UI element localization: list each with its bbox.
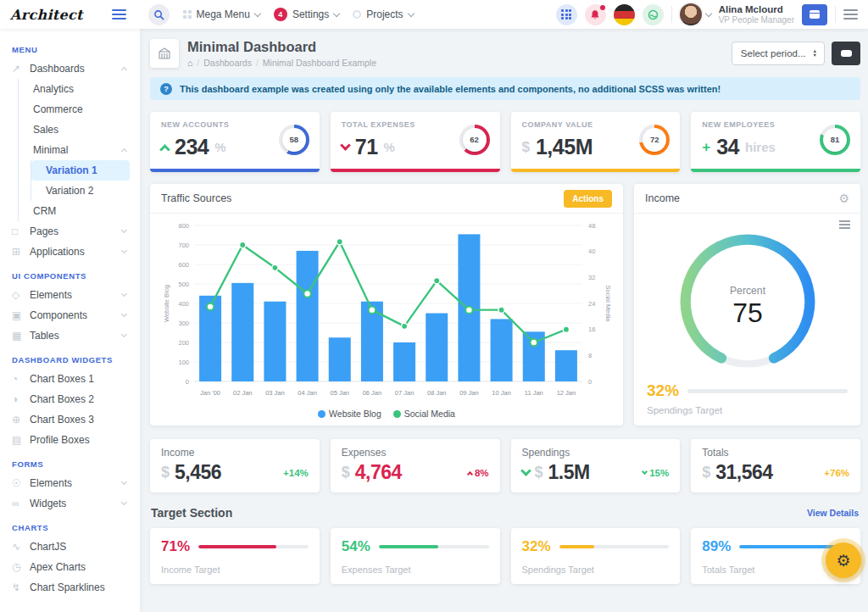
target-percent: 54% (342, 538, 370, 555)
svg-text:500: 500 (178, 281, 189, 288)
home-icon[interactable]: ⌂ (187, 58, 192, 68)
actions-button[interactable]: Actions (564, 190, 612, 208)
title-actions: Select period... ▲▼ (732, 42, 860, 65)
sidebar-item-chartjs[interactable]: ∿ChartJS (0, 537, 133, 557)
chevron-down-icon (121, 331, 127, 337)
sidebar-item-label: Elements (30, 289, 122, 301)
sidebar-item-label: Minimal (33, 144, 122, 156)
svg-text:48: 48 (588, 222, 595, 230)
monitor-icon: ◑ (12, 393, 30, 405)
chart-legend: Website BlogSocial Media (150, 407, 623, 426)
sidebar-item-variation-2[interactable]: Variation 2 (31, 181, 133, 201)
sidebar-item-chart-sparklines[interactable]: ↯Chart Sparklines (0, 577, 133, 598)
target-label: Expenses Target (342, 565, 489, 575)
sidebar-item-chart-boxes-1[interactable]: ◔Chart Boxes 1 (0, 369, 133, 389)
target-percent: 71% (161, 538, 190, 555)
sidebar-item-widgets[interactable]: ∞Widgets (0, 493, 133, 514)
legend-item-social-media[interactable]: Social Media (393, 409, 455, 419)
header-menu-icon[interactable] (843, 9, 858, 19)
kpi-number: 1,45M (536, 135, 593, 159)
language-flag-button[interactable] (614, 4, 635, 25)
kpi-prefix: + (702, 139, 710, 156)
sidebar-item-commerce[interactable]: Commerce (19, 99, 133, 120)
stat-delta: 15% (643, 468, 669, 478)
chevron-down-icon (333, 9, 340, 16)
sidebar-section-heading: MENU (12, 45, 133, 54)
stat-value-line: $31,564+76% (702, 461, 849, 484)
target-card-expenses-target: 54%Expenses Target (331, 528, 500, 584)
target-card-spendings-target: 32%Spendings Target (511, 528, 681, 584)
view-details-link[interactable]: View Details (807, 508, 859, 518)
sidebar-item-sales[interactable]: Sales (19, 120, 133, 140)
sidebar-item-analytics[interactable]: Analytics (19, 79, 133, 99)
sidebar-item-chart-boxes-2[interactable]: ◑Chart Boxes 2 (0, 389, 133, 409)
legend-item-website-blog[interactable]: Website Blog (318, 409, 381, 419)
gear-icon[interactable]: ⚙ (838, 192, 849, 205)
target-section-title: Target Section (151, 506, 232, 520)
sidebar-item-profile-boxes[interactable]: ▤Profile Boxes (0, 430, 133, 450)
breadcrumb-dashboards[interactable]: Dashboards (203, 58, 252, 68)
header-nav: Mega Menu 4 Settings Projects (140, 4, 414, 25)
apps-icon: ⊞ (12, 246, 30, 258)
nav-projects[interactable]: Projects (353, 8, 413, 20)
glasses-icon: ∞ (12, 498, 30, 509)
kpi-unit: hires (745, 140, 776, 154)
svg-text:10 Jan: 10 Jan (492, 389, 511, 397)
search-button[interactable] (148, 4, 170, 25)
stat-card-totals: Totals$31,564+76% (691, 439, 860, 492)
target-track (379, 545, 489, 548)
toggle-button[interactable] (832, 42, 860, 65)
sidebar-item-components[interactable]: ▣Components (0, 305, 133, 325)
period-select[interactable]: Select period... ▲▼ (732, 42, 825, 65)
sidebar-section-heading: UI COMPONENTS (12, 271, 133, 281)
chevron-down-icon (121, 479, 127, 485)
settings-badge: 4 (274, 8, 287, 21)
stat-value: 1.5M (548, 461, 590, 484)
sidebar-toggle-icon[interactable] (112, 9, 126, 19)
sidebar-item-tables[interactable]: ▦Tables (0, 325, 133, 346)
notifications-button[interactable] (585, 4, 606, 25)
svg-text:02 Jan: 02 Jan (233, 389, 253, 397)
target-label: Income Target (161, 565, 309, 575)
stat-delta: +76% (824, 468, 849, 478)
app-header: Architect Mega Menu 4 Settings Projects (0, 0, 868, 29)
calendar-button[interactable] (802, 4, 827, 25)
browser-icon: □ (12, 225, 30, 237)
stat-value: 5,456 (175, 461, 221, 484)
stat-card-expenses: Expenses$4,7648% (331, 439, 500, 492)
settings-fab[interactable]: ⚙ (826, 542, 861, 578)
nav-mega-menu[interactable]: Mega Menu (183, 8, 260, 20)
sidebar-item-chart-boxes-3[interactable]: ⊕Chart Boxes 3 (0, 409, 133, 430)
table-icon: ▦ (12, 330, 30, 342)
sidebar-item-elements[interactable]: ◇Elements (0, 285, 133, 305)
sidebar-item-label: Apex Charts (30, 561, 126, 573)
svg-text:32: 32 (588, 274, 595, 281)
svg-text:0: 0 (588, 378, 592, 386)
sidebar-item-elements[interactable]: ☉Elements (0, 473, 133, 493)
page-title-bar: Minimal Dashboard ⌂ / Dashboards / Minim… (150, 39, 860, 68)
globe-icon: ⊕ (12, 414, 30, 426)
app-logo: Architect (10, 7, 83, 23)
sidebar-item-minimal[interactable]: Minimal (19, 140, 133, 160)
sidebar-item-dashboards[interactable]: ↗Dashboards (0, 58, 133, 79)
target-fill (739, 545, 837, 548)
sidebar-item-pages[interactable]: □Pages (0, 221, 133, 242)
sidebar-item-variation-1[interactable]: Variation 1 (31, 160, 130, 181)
chart-menu-icon[interactable] (839, 220, 850, 229)
svg-text:600: 600 (178, 261, 189, 269)
nav-settings[interactable]: 4 Settings (274, 8, 339, 21)
traffic-chart[interactable]: 0100200300400500600700800081624324048Web… (160, 219, 613, 403)
traffic-card-title: Traffic Sources (161, 192, 231, 204)
sidebar-item-applications[interactable]: ⊞Applications (0, 242, 133, 262)
status-button[interactable] (643, 4, 664, 25)
user-menu[interactable] (680, 3, 711, 25)
sidebar-item-label: Profile Boxes (30, 434, 126, 446)
sidebar-item-apex-charts[interactable]: ◷Apex Charts (0, 557, 133, 577)
apps-grid-button[interactable] (556, 4, 577, 25)
kpi-ring-value: 81 (823, 128, 847, 152)
svg-text:400: 400 (178, 300, 189, 308)
sidebar-item-crm[interactable]: CRM (19, 201, 133, 221)
toggle-icon (841, 50, 852, 57)
kpi-progress-ring: 58 (279, 125, 309, 155)
logo-area: Architect (0, 7, 140, 23)
